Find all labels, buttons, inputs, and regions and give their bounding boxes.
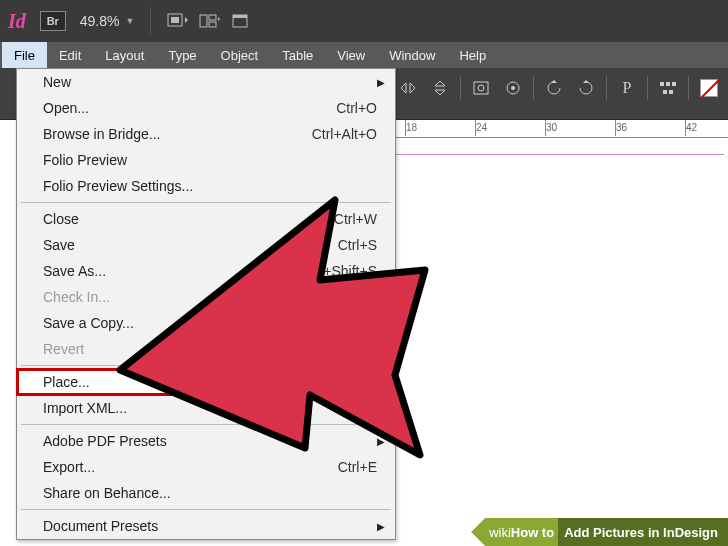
menu-separator: [21, 365, 391, 366]
menu-separator: [21, 509, 391, 510]
svg-rect-6: [233, 15, 247, 18]
separator: [150, 7, 151, 35]
select-content-icon[interactable]: [501, 76, 525, 100]
svg-rect-14: [663, 90, 667, 94]
no-fill-icon[interactable]: [697, 76, 721, 100]
menu-separator: [21, 424, 391, 425]
screen-mode-icon[interactable]: [231, 10, 253, 32]
menu-item-folio-preview[interactable]: Folio Preview: [17, 147, 395, 173]
title-bar: Id Br 49.8% ▼: [0, 0, 728, 42]
svg-rect-1: [171, 17, 179, 23]
arrange-icon[interactable]: [199, 10, 221, 32]
menu-item-save-as[interactable]: Save As...Ctrl+Shift+S: [17, 258, 395, 284]
svg-rect-12: [666, 82, 670, 86]
menu-bar: File Edit Layout Type Object Table View …: [0, 42, 728, 68]
submenu-arrow-icon: ▶: [377, 436, 385, 447]
menu-file[interactable]: File: [2, 42, 47, 68]
ruler-tick: 42: [686, 122, 697, 133]
rotate-ccw-icon[interactable]: [542, 76, 566, 100]
menu-item-pdf-presets[interactable]: Adobe PDF Presets▶: [17, 428, 395, 454]
file-menu-dropdown: New▶ Open...Ctrl+O Browse in Bridge...Ct…: [16, 68, 396, 540]
menu-item-share-behance[interactable]: Share on Behance...: [17, 480, 395, 506]
flip-horizontal-icon[interactable]: [396, 76, 420, 100]
menu-item-revert: Revert: [17, 336, 395, 362]
svg-rect-11: [660, 82, 664, 86]
separator: [606, 76, 607, 100]
ruler-tick: 30: [546, 122, 557, 133]
menu-object[interactable]: Object: [209, 42, 271, 68]
menu-item-save[interactable]: SaveCtrl+S: [17, 232, 395, 258]
ruler-tick: 24: [476, 122, 487, 133]
menu-table[interactable]: Table: [270, 42, 325, 68]
menu-window[interactable]: Window: [377, 42, 447, 68]
menu-item-check-in: Check In...: [17, 284, 395, 310]
distribute-icon[interactable]: [656, 76, 680, 100]
svg-rect-2: [200, 15, 207, 27]
canvas-guide: [396, 154, 724, 155]
menu-edit[interactable]: Edit: [47, 42, 93, 68]
separator: [460, 76, 461, 100]
wikihow-brand: wikiHow to: [471, 518, 558, 546]
wikihow-title: Add Pictures in InDesign: [558, 518, 728, 546]
menu-item-browse-bridge[interactable]: Browse in Bridge...Ctrl+Alt+O: [17, 121, 395, 147]
menu-item-export[interactable]: Export...Ctrl+E: [17, 454, 395, 480]
rotate-cw-icon[interactable]: [574, 76, 598, 100]
svg-point-8: [478, 85, 484, 91]
svg-rect-4: [209, 22, 216, 27]
zoom-value: 49.8%: [80, 13, 120, 29]
menu-separator: [21, 202, 391, 203]
menu-view[interactable]: View: [325, 42, 377, 68]
submenu-arrow-icon: ▶: [377, 521, 385, 532]
menu-item-import-xml[interactable]: Import XML...: [17, 395, 395, 421]
menu-item-folio-preview-settings[interactable]: Folio Preview Settings...: [17, 173, 395, 199]
menu-item-document-presets[interactable]: Document Presets▶: [17, 513, 395, 539]
chevron-down-icon: ▼: [126, 16, 135, 26]
separator: [688, 76, 689, 100]
flip-vertical-icon[interactable]: [428, 76, 452, 100]
separator: [647, 76, 648, 100]
separator: [533, 76, 534, 100]
menu-layout[interactable]: Layout: [93, 42, 156, 68]
zoom-level[interactable]: 49.8% ▼: [80, 13, 135, 29]
app-logo: Id: [8, 10, 26, 33]
menu-item-save-copy[interactable]: Save a Copy...Ctrl+Alt+S: [17, 310, 395, 336]
submenu-arrow-icon: ▶: [377, 77, 385, 88]
wikihow-banner: wikiHow to Add Pictures in InDesign: [471, 518, 728, 546]
view-options-icon[interactable]: [167, 10, 189, 32]
svg-rect-13: [672, 82, 676, 86]
title-icon-group: [167, 10, 253, 32]
select-container-icon[interactable]: [469, 76, 493, 100]
menu-help[interactable]: Help: [447, 42, 498, 68]
ruler-tick: 36: [616, 122, 627, 133]
menu-item-open[interactable]: Open...Ctrl+O: [17, 95, 395, 121]
paragraph-style-icon[interactable]: P: [615, 76, 639, 100]
svg-rect-15: [669, 90, 673, 94]
menu-item-new[interactable]: New▶: [17, 69, 395, 95]
horizontal-ruler: 18 24 30 36 42: [396, 120, 728, 138]
svg-rect-3: [209, 15, 216, 20]
menu-item-close[interactable]: CloseCtrl+W: [17, 206, 395, 232]
svg-rect-7: [474, 82, 488, 94]
menu-type[interactable]: Type: [156, 42, 208, 68]
menu-item-place[interactable]: Place...: [17, 369, 395, 395]
svg-point-10: [511, 86, 515, 90]
ruler-tick: 18: [406, 122, 417, 133]
bridge-button[interactable]: Br: [40, 11, 66, 31]
